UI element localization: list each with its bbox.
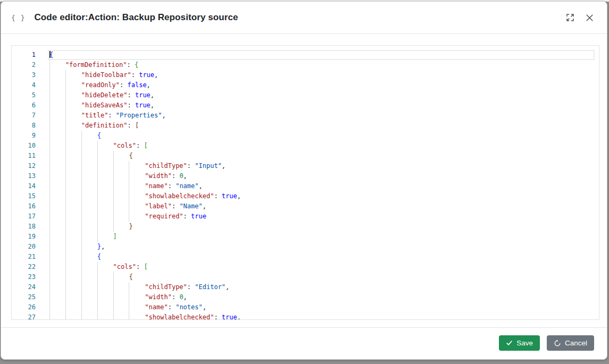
check-icon: [506, 340, 513, 346]
indent-guide: [65, 302, 81, 312]
indent-guide: [49, 141, 65, 151]
code-editor[interactable]: 1{2"formDefinition": {3"hideToolbar": tr…: [11, 45, 599, 320]
indent-guide: [49, 302, 65, 312]
close-button[interactable]: [584, 12, 595, 23]
indent-guide: [97, 171, 113, 181]
code-line[interactable]: 5"hideDelete": true,: [12, 90, 599, 100]
indent-guide: [81, 272, 97, 282]
code-line[interactable]: 3"hideToolbar": true,: [12, 70, 599, 80]
code-line[interactable]: 11{: [12, 151, 599, 161]
line-content: "definition": [: [49, 121, 599, 131]
code-line[interactable]: 27"showlabelchecked": true,: [12, 312, 599, 320]
indent-guide: [65, 252, 81, 262]
line-number: 2: [12, 60, 49, 70]
indent-guide: [97, 201, 113, 211]
indent-guide: [65, 262, 81, 272]
code-line[interactable]: 18}: [12, 222, 599, 232]
indent-guide: [65, 282, 81, 292]
cancel-button[interactable]: Cancel: [547, 335, 594, 351]
indent-guide: [81, 252, 97, 262]
line-content: "width": 0,: [49, 292, 599, 302]
code-line[interactable]: 15"showlabelchecked": true,: [12, 191, 599, 201]
line-number: 23: [12, 272, 49, 282]
line-content: ]: [49, 232, 599, 242]
line-number: 10: [12, 141, 49, 151]
line-number: 20: [12, 242, 49, 252]
indent-guide: [129, 302, 145, 312]
indent-guide: [49, 191, 65, 201]
code-line[interactable]: 23{: [12, 272, 599, 282]
indent-guide: [129, 161, 145, 171]
indent-guide: [97, 151, 113, 161]
line-content: "label": "Name",: [49, 201, 599, 211]
code-line[interactable]: 8"definition": [: [12, 121, 599, 131]
indent-guide: [49, 312, 65, 320]
indent-guide: [129, 292, 145, 302]
indent-guide: [81, 282, 97, 292]
code-line[interactable]: 25"width": 0,: [12, 292, 599, 302]
code-line[interactable]: 16"label": "Name",: [12, 201, 599, 211]
indent-guide: [49, 181, 65, 191]
line-number: 3: [12, 70, 49, 80]
code-line[interactable]: 4"readOnly": false,: [12, 80, 599, 90]
indent-guide: [129, 211, 145, 222]
indent-guide: [97, 292, 113, 302]
line-number: 26: [12, 302, 49, 312]
code-line[interactable]: 1{: [12, 50, 599, 60]
code-line[interactable]: 17"required": true: [12, 211, 599, 222]
indent-guide: [113, 312, 129, 320]
indent-guide: [49, 222, 65, 232]
code-line[interactable]: 7"title": "Properties",: [12, 111, 599, 121]
code-line[interactable]: 19]: [12, 232, 599, 242]
indent-guide: [97, 302, 113, 312]
indent-guide: [65, 80, 81, 90]
line-number: 8: [12, 121, 49, 131]
line-number: 1: [12, 50, 49, 60]
code-line[interactable]: 2"formDefinition": {: [12, 60, 599, 70]
code-line[interactable]: 9{: [12, 131, 599, 141]
code-line[interactable]: 10"cols": [: [12, 141, 599, 151]
indent-guide: [81, 222, 97, 232]
indent-guide: [49, 242, 65, 252]
code-line[interactable]: 6"hideSaveAs": true,: [12, 100, 599, 111]
code-line[interactable]: 26"name": "notes",: [12, 302, 599, 312]
code-line[interactable]: 22"cols": [: [12, 262, 599, 272]
line-number: 9: [12, 131, 49, 141]
line-content: "readOnly": false,: [49, 80, 599, 90]
indent-guide: [113, 282, 129, 292]
fullscreen-button[interactable]: [564, 12, 576, 23]
line-content: {: [49, 151, 599, 161]
indent-guide: [49, 161, 65, 171]
line-number: 15: [12, 191, 49, 201]
code-editor-dialog: { } Code editor:Action: Backup Repositor…: [1, 1, 607, 360]
indent-guide: [65, 121, 81, 131]
indent-guide: [49, 252, 65, 262]
code-line[interactable]: 21{: [12, 252, 599, 262]
close-icon: [585, 13, 594, 22]
code-line[interactable]: 24"childType": "Editor",: [12, 282, 599, 292]
indent-guide: [81, 211, 97, 222]
line-number: 16: [12, 201, 49, 211]
indent-guide: [81, 181, 97, 191]
indent-guide: [97, 211, 113, 222]
indent-guide: [81, 302, 97, 312]
line-content: "cols": [: [49, 141, 599, 151]
save-button[interactable]: Save: [499, 335, 540, 351]
indent-guide: [49, 282, 65, 292]
line-number: 6: [12, 100, 49, 111]
line-content: "width": 0,: [49, 171, 599, 181]
line-content: "required": true: [49, 211, 599, 222]
code-line[interactable]: 12"childType": "Input",: [12, 161, 599, 171]
indent-guide: [113, 151, 129, 161]
line-content: "title": "Properties",: [49, 111, 599, 121]
indent-guide: [113, 302, 129, 312]
line-content: },: [49, 242, 599, 252]
indent-guide: [65, 191, 81, 201]
indent-guide: [81, 312, 97, 320]
code-line[interactable]: 14"name": "name",: [12, 181, 599, 191]
indent-guide: [113, 272, 129, 282]
line-number: 22: [12, 262, 49, 272]
dialog-header: { } Code editor:Action: Backup Repositor…: [1, 2, 607, 34]
code-line[interactable]: 13"width": 0,: [12, 171, 599, 181]
code-line[interactable]: 20},: [12, 242, 599, 252]
